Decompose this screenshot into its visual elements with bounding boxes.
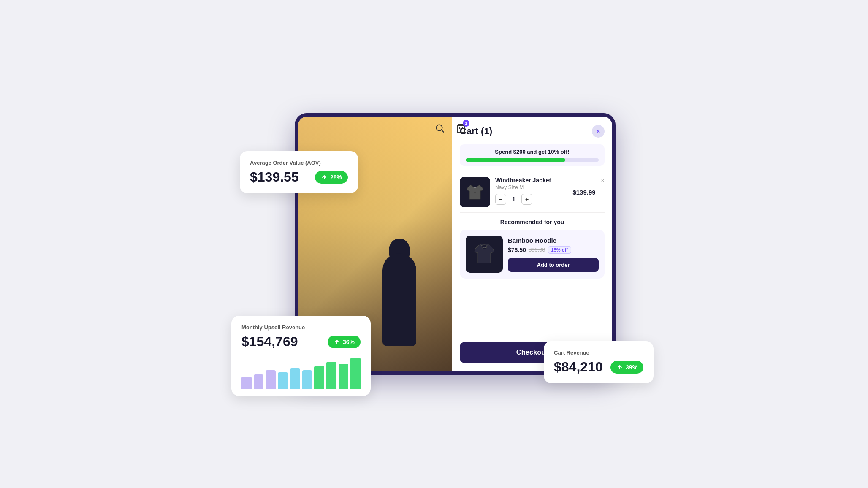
decrease-qty-button[interactable]: − <box>495 194 506 205</box>
cart-panel: Cart (1) × Spend $200 and get 10% off! <box>452 117 612 371</box>
upsell-value: $154,769 <box>241 334 298 350</box>
person-silhouette <box>366 220 433 346</box>
revenue-change-value: 39% <box>626 364 637 371</box>
aov-change-value: 28% <box>330 174 342 181</box>
chart-bar <box>266 370 276 389</box>
recommendation-card: Bamboo Hoodie $76.50 $90.00 15% off Add … <box>460 230 605 279</box>
rec-details: Bamboo Hoodie $76.50 $90.00 15% off Add … <box>508 237 599 272</box>
spend-text: Spend $200 and get 10% off! <box>466 149 599 155</box>
cart-item: Windbreaker Jacket Navy Size M − 1 + $13… <box>460 172 605 213</box>
qty-value: 1 <box>510 196 518 203</box>
remove-item-button[interactable]: × <box>601 177 605 184</box>
upsell-change-badge: 36% <box>328 336 361 348</box>
jacket-svg <box>464 182 486 203</box>
scene: 1 Cart (1) × Spend $200 and get 10% off! <box>244 92 624 396</box>
revenue-label: Cart Revenue <box>554 350 643 356</box>
increase-qty-button[interactable]: + <box>521 194 532 205</box>
aov-label: Average Order Value (AOV) <box>250 160 348 166</box>
recommended-label: Recommended for you <box>460 219 605 225</box>
svg-point-3 <box>474 192 476 193</box>
aov-card: Average Order Value (AOV) $139.55 28% <box>240 151 358 193</box>
chart-bar <box>241 377 252 389</box>
spend-banner: Spend $200 and get 10% off! <box>460 144 605 166</box>
revenue-card: Cart Revenue $84,210 39% <box>544 341 654 383</box>
rec-original-price: $90.00 <box>529 247 545 253</box>
chart-bar <box>254 374 264 389</box>
chart-bar <box>314 366 324 389</box>
add-to-order-button[interactable]: Add to order <box>508 258 599 272</box>
chart-bar <box>326 362 336 389</box>
cart-badge: 1 <box>463 120 469 127</box>
rec-pricing: $76.50 $90.00 15% off <box>508 246 599 254</box>
arrow-up-icon <box>321 174 328 181</box>
chart-bar <box>302 370 312 389</box>
progress-fill <box>466 158 565 162</box>
progress-track <box>466 158 599 162</box>
chart-area <box>241 355 361 389</box>
chart-bar <box>350 358 361 389</box>
cart-header: Cart (1) × <box>460 125 605 138</box>
search-icon <box>435 124 445 133</box>
chart-bar <box>278 372 288 389</box>
chart-bar <box>339 364 349 389</box>
top-bar: 1 <box>433 122 468 135</box>
rec-name: Bamboo Hoodie <box>508 237 599 244</box>
upsell-arrow-icon <box>334 339 340 345</box>
svg-point-4 <box>482 245 487 249</box>
revenue-change-badge: 39% <box>610 361 643 374</box>
item-details: Windbreaker Jacket Navy Size M − 1 + <box>495 177 567 205</box>
hoodie-svg <box>471 241 497 267</box>
item-name: Windbreaker Jacket <box>495 177 567 184</box>
revenue-value: $84,210 <box>554 359 603 375</box>
chart-bar <box>290 368 300 389</box>
item-variant: Navy Size M <box>495 184 567 190</box>
person-body <box>382 253 416 346</box>
svg-line-1 <box>442 130 444 132</box>
aov-value-row: $139.55 28% <box>250 169 348 185</box>
revenue-arrow-icon <box>616 364 623 371</box>
rec-price: $76.50 <box>508 247 526 253</box>
cart-button[interactable]: 1 <box>454 122 468 135</box>
upsell-label: Monthly Upsell Revenue <box>241 324 361 331</box>
upsell-value-row: $154,769 36% <box>241 334 361 350</box>
close-button[interactable]: × <box>592 125 605 138</box>
upsell-card: Monthly Upsell Revenue $154,769 36% <box>231 316 371 396</box>
item-image <box>460 177 490 207</box>
revenue-value-row: $84,210 39% <box>554 359 643 375</box>
search-button[interactable] <box>433 122 447 135</box>
aov-value: $139.55 <box>250 169 299 185</box>
item-controls: − 1 + <box>495 194 567 205</box>
item-price: $139.99 <box>572 189 595 196</box>
aov-change-badge: 28% <box>315 171 348 184</box>
upsell-change-value: 36% <box>343 339 355 345</box>
discount-badge: 15% off <box>548 246 571 254</box>
rec-image <box>466 236 503 273</box>
